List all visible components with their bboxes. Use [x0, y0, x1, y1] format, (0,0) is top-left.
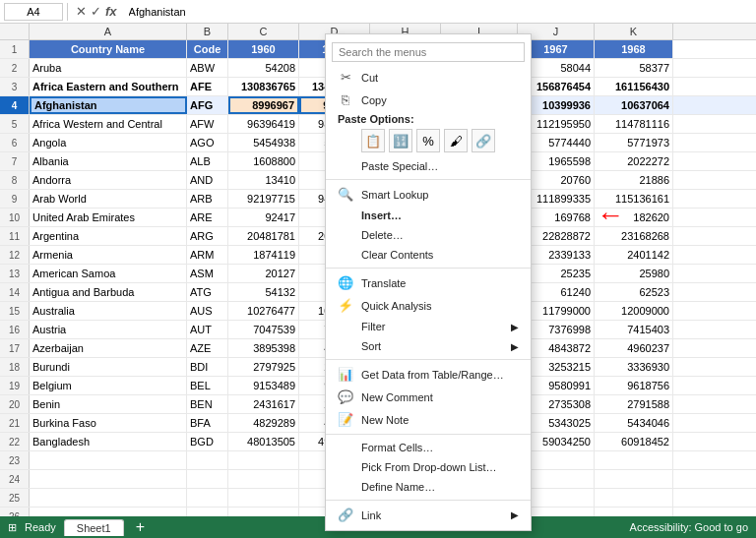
cell[interactable]: 25980: [595, 265, 673, 282]
menu-item-copy[interactable]: ⎘Copy: [326, 89, 531, 111]
menu-item-translate[interactable]: 🌐Translate: [326, 271, 531, 294]
cell[interactable]: Aruba: [30, 59, 187, 77]
paste-icon-button[interactable]: %: [416, 129, 440, 152]
row-number[interactable]: 26: [0, 508, 30, 516]
cell[interactable]: 161156430: [595, 78, 673, 95]
col-header-B[interactable]: B: [187, 24, 228, 39]
cell-ref-input[interactable]: A4: [4, 3, 63, 21]
row-number[interactable]: 22: [0, 433, 30, 450]
cell[interactable]: 2791588: [595, 395, 673, 413]
row-number[interactable]: 24: [0, 470, 30, 488]
formula-input[interactable]: Afghanistan: [125, 3, 752, 21]
row-number[interactable]: 4: [0, 96, 30, 114]
row-number[interactable]: 2: [0, 59, 30, 77]
cell[interactable]: AND: [187, 171, 228, 189]
cell[interactable]: Code: [187, 40, 228, 58]
cell[interactable]: 13410: [228, 171, 299, 189]
cell[interactable]: Angola: [30, 134, 187, 151]
cell[interactable]: 3336930: [595, 358, 673, 376]
function-icon[interactable]: fx: [105, 4, 117, 19]
cell[interactable]: American Samoa: [30, 265, 187, 282]
add-sheet-icon[interactable]: +: [136, 518, 145, 536]
cell[interactable]: Africa Western and Central: [30, 115, 187, 133]
cell[interactable]: [30, 451, 187, 469]
cell[interactable]: [595, 451, 673, 469]
cell[interactable]: Antigua and Barbuda: [30, 283, 187, 301]
cell[interactable]: ABW: [187, 59, 228, 77]
menu-item-new-note[interactable]: 📝New Note: [326, 408, 531, 431]
cell[interactable]: [228, 470, 299, 488]
cell[interactable]: [187, 451, 228, 469]
menu-item-get-data-from-table-range-[interactable]: 📊Get Data from Table/Range…: [326, 363, 531, 386]
menu-item-format-cells-[interactable]: Format Cells…: [326, 438, 531, 457]
cell[interactable]: 7047539: [228, 321, 299, 338]
row-number[interactable]: 7: [0, 152, 30, 170]
menu-item-insert-[interactable]: Insert…←: [326, 206, 531, 225]
cell[interactable]: [187, 508, 228, 516]
cell[interactable]: AUT: [187, 321, 228, 338]
cell[interactable]: [30, 508, 187, 516]
cell[interactable]: [228, 451, 299, 469]
row-number[interactable]: 25: [0, 489, 30, 507]
cell[interactable]: 4960237: [595, 339, 673, 357]
cell[interactable]: 9618756: [595, 377, 673, 394]
cell[interactable]: 2797925: [228, 358, 299, 376]
row-number[interactable]: 23: [0, 451, 30, 469]
cell[interactable]: ARM: [187, 246, 228, 264]
row-number[interactable]: 15: [0, 302, 30, 320]
row-number[interactable]: 20: [0, 395, 30, 413]
cell[interactable]: Argentina: [30, 227, 187, 245]
menu-item-filter[interactable]: Filter▶: [326, 317, 531, 336]
cell[interactable]: 2022272: [595, 152, 673, 170]
cell[interactable]: Austria: [30, 321, 187, 338]
cell[interactable]: AZE: [187, 339, 228, 357]
col-header-A[interactable]: A: [30, 24, 187, 39]
cell[interactable]: 96396419: [228, 115, 299, 133]
cell[interactable]: 20127: [228, 265, 299, 282]
row-number[interactable]: 6: [0, 134, 30, 151]
menu-item-sort[interactable]: Sort▶: [326, 336, 531, 356]
row-number[interactable]: 16: [0, 321, 30, 338]
row-number[interactable]: 8: [0, 171, 30, 189]
cell[interactable]: Belgium: [30, 377, 187, 394]
cell[interactable]: 62523: [595, 283, 673, 301]
cell[interactable]: [187, 489, 228, 507]
cell[interactable]: 4829289: [228, 414, 299, 432]
cell[interactable]: ARE: [187, 209, 228, 226]
cell[interactable]: Arab World: [30, 190, 187, 208]
confirm-icon[interactable]: ✓: [91, 4, 101, 19]
cell[interactable]: Afghanistan: [30, 96, 187, 114]
cell[interactable]: 114781116: [595, 115, 673, 133]
col-header-C[interactable]: C: [228, 24, 299, 39]
cell[interactable]: [595, 489, 673, 507]
cell[interactable]: 182620: [595, 209, 673, 226]
row-number[interactable]: 18: [0, 358, 30, 376]
paste-icon-button[interactable]: 📋: [361, 129, 385, 152]
cell[interactable]: Australia: [30, 302, 187, 320]
paste-icon-button[interactable]: 🖌: [444, 129, 468, 152]
cell[interactable]: ATG: [187, 283, 228, 301]
cell[interactable]: [228, 489, 299, 507]
cell[interactable]: 2431617: [228, 395, 299, 413]
cell[interactable]: [30, 470, 187, 488]
cell[interactable]: Andorra: [30, 171, 187, 189]
cell[interactable]: Azerbaijan: [30, 339, 187, 357]
row-number[interactable]: 13: [0, 265, 30, 282]
cell[interactable]: 60918452: [595, 433, 673, 450]
cell[interactable]: 48013505: [228, 433, 299, 450]
row-number[interactable]: 12: [0, 246, 30, 264]
cell[interactable]: BDI: [187, 358, 228, 376]
cell[interactable]: AFE: [187, 78, 228, 95]
cell[interactable]: [187, 470, 228, 488]
cell[interactable]: 54132: [228, 283, 299, 301]
cell[interactable]: [595, 470, 673, 488]
row-number[interactable]: 1: [0, 40, 30, 58]
menu-item-smart-lookup[interactable]: 🔍Smart Lookup: [326, 183, 531, 206]
cell[interactable]: AFG: [187, 96, 228, 114]
cell[interactable]: 1608800: [228, 152, 299, 170]
cell[interactable]: Country Name: [30, 40, 187, 58]
cell[interactable]: 9153489: [228, 377, 299, 394]
cell[interactable]: 1874119: [228, 246, 299, 264]
cell[interactable]: AGO: [187, 134, 228, 151]
cell[interactable]: [595, 508, 673, 516]
